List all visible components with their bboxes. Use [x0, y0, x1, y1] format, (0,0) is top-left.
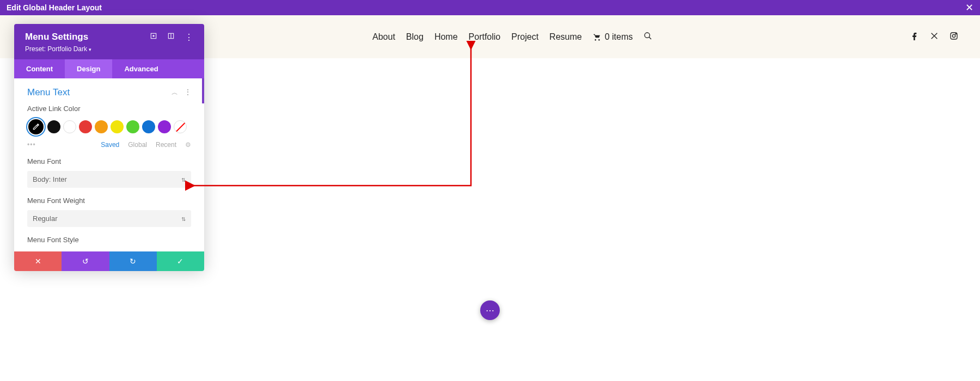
- panel-tabs: Content Design Advanced: [14, 59, 204, 78]
- tab-advanced[interactable]: Advanced: [112, 59, 170, 78]
- menu-font-select[interactable]: Body: Inter: [27, 171, 191, 188]
- swatch-green[interactable]: [126, 120, 139, 133]
- swatch-none[interactable]: [174, 120, 187, 133]
- tab-content[interactable]: Content: [14, 59, 65, 78]
- close-icon[interactable]: ✕: [965, 3, 973, 13]
- swatch-orange[interactable]: [95, 120, 108, 133]
- nav-portfolio[interactable]: Portfolio: [469, 32, 501, 42]
- grid-icon[interactable]: [167, 32, 175, 42]
- swatch-red[interactable]: [79, 120, 92, 133]
- color-tab-recent[interactable]: Recent: [156, 141, 176, 149]
- cart-icon: [593, 33, 602, 41]
- kebab-icon[interactable]: ⋮: [185, 32, 193, 42]
- panel-body: Menu Text ︿ ⋮ Active Link Color ••• Save…: [14, 78, 204, 251]
- color-swatches: [27, 118, 191, 136]
- scrollbar[interactable]: [202, 78, 204, 103]
- settings-panel: Menu Settings ⋮ Preset: Portfolio Dark C…: [14, 24, 204, 271]
- color-picker-swatch[interactable]: [27, 118, 45, 136]
- label-menu-font: Menu Font: [27, 157, 191, 165]
- svg-point-6: [153, 35, 154, 36]
- color-tab-global[interactable]: Global: [128, 141, 147, 149]
- swatch-black[interactable]: [47, 120, 60, 133]
- nav-resume[interactable]: Resume: [549, 32, 582, 42]
- section-kebab-icon[interactable]: ⋮: [185, 88, 191, 97]
- svg-point-3: [952, 34, 955, 37]
- label-menu-font-weight: Menu Font Weight: [27, 196, 191, 205]
- nav-blog[interactable]: Blog: [406, 32, 424, 42]
- section-title[interactable]: Menu Text: [27, 87, 70, 98]
- panel-header: Menu Settings ⋮ Preset: Portfolio Dark: [14, 24, 204, 59]
- nav-menu: About Blog Home Portfolio Project Resume…: [372, 32, 652, 42]
- preset-dropdown[interactable]: Preset: Portfolio Dark: [25, 45, 193, 53]
- nav-about[interactable]: About: [372, 32, 395, 42]
- gear-icon[interactable]: ⚙: [185, 141, 191, 149]
- tab-design[interactable]: Design: [65, 59, 112, 78]
- more-dots-icon[interactable]: •••: [27, 141, 36, 149]
- nav-project[interactable]: Project: [511, 32, 538, 42]
- fab-more-button[interactable]: ⋯: [480, 300, 500, 320]
- swatch-purple[interactable]: [158, 120, 171, 133]
- eyedropper-icon: [32, 123, 40, 131]
- svg-point-0: [645, 33, 650, 38]
- label-active-link-color: Active Link Color: [27, 105, 191, 113]
- dots-horizontal-icon: ⋯: [486, 305, 494, 316]
- color-tab-saved[interactable]: Saved: [101, 141, 119, 149]
- expand-icon[interactable]: [150, 32, 157, 42]
- top-bar-title: Edit Global Header Layout: [7, 3, 102, 12]
- x-twitter-icon[interactable]: [930, 32, 939, 42]
- search-icon[interactable]: [644, 32, 652, 42]
- social-icons: [910, 32, 958, 42]
- instagram-icon[interactable]: [950, 32, 958, 42]
- color-tab-row: ••• Saved Global Recent ⚙: [27, 141, 191, 149]
- swatch-yellow[interactable]: [111, 120, 124, 133]
- label-menu-font-style: Menu Font Style: [27, 236, 191, 244]
- cart-label: 0 items: [605, 32, 633, 42]
- save-button[interactable]: ✓: [157, 251, 204, 271]
- panel-title: Menu Settings: [25, 32, 88, 42]
- undo-button[interactable]: ↺: [62, 251, 109, 271]
- redo-button[interactable]: ↻: [109, 251, 157, 271]
- svg-point-4: [955, 33, 956, 34]
- svg-line-1: [649, 37, 651, 39]
- nav-home[interactable]: Home: [434, 32, 458, 42]
- chevron-up-icon[interactable]: ︿: [171, 88, 178, 97]
- menu-font-weight-select[interactable]: Regular: [27, 210, 191, 227]
- annotation-arrow: [185, 41, 490, 199]
- cart-link[interactable]: 0 items: [593, 32, 633, 42]
- swatch-blue[interactable]: [142, 120, 155, 133]
- panel-footer: ✕ ↺ ↻ ✓: [14, 251, 204, 271]
- cancel-button[interactable]: ✕: [14, 251, 62, 271]
- swatch-white[interactable]: [63, 120, 76, 133]
- top-bar: Edit Global Header Layout ✕: [0, 0, 980, 15]
- facebook-icon[interactable]: [910, 32, 919, 42]
